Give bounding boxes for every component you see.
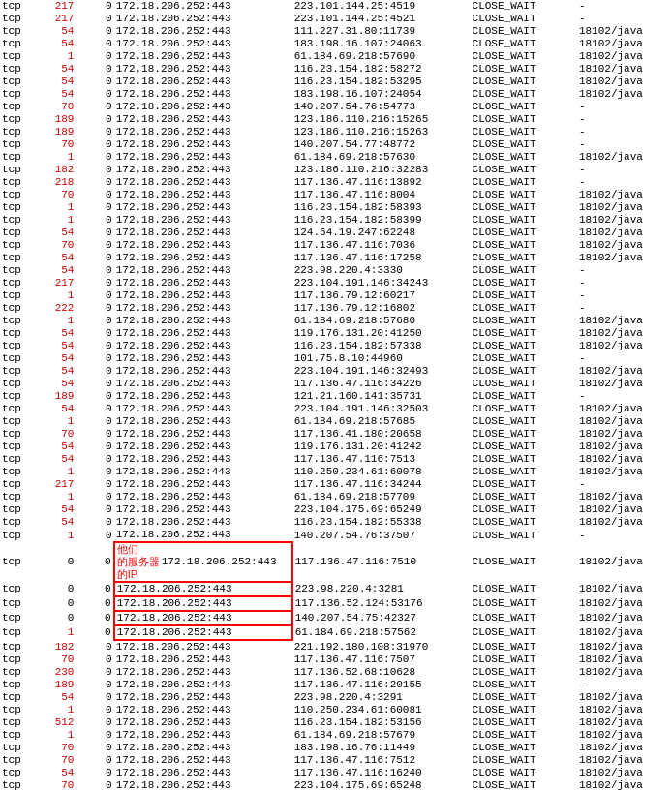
table-row: tcp1820172.18.206.252:443221.192.180.108…: [0, 640, 672, 654]
send-queue: 0: [76, 478, 113, 491]
pid-program: 18102/java: [577, 779, 672, 791]
local-address: 172.18.206.252:443: [114, 189, 292, 201]
recv-queue: 512: [38, 716, 76, 729]
remote-address: 101.75.8.10:44960: [292, 352, 471, 365]
pid-program: -: [577, 13, 672, 25]
connection-state: CLOSE_WAIT: [471, 679, 577, 691]
pid-program: 18102/java: [577, 441, 672, 453]
recv-queue: 54: [38, 76, 76, 88]
table-row: tcp700172.18.206.252:443140.207.54.77:48…: [0, 138, 672, 151]
send-queue: 0: [76, 138, 113, 151]
remote-address: 221.192.180.108:31970: [292, 640, 471, 654]
connection-state: CLOSE_WAIT: [471, 201, 577, 214]
local-address: 172.18.206.252:443: [114, 625, 292, 640]
table-row: tcp700172.18.206.252:443117.136.41.180:2…: [0, 428, 672, 441]
local-address: 172.18.206.252:443: [114, 252, 292, 264]
remote-address: 140.207.54.75:42327: [292, 611, 471, 625]
recv-queue: 54: [38, 503, 76, 516]
local-address: 172.18.206.252:443: [114, 264, 292, 277]
connection-state: CLOSE_WAIT: [471, 13, 577, 25]
pid-program: -: [577, 138, 672, 151]
recv-queue: 1: [38, 529, 76, 542]
table-row: tcp540172.18.206.252:443116.23.154.182:5…: [0, 76, 672, 88]
recv-queue: 0: [38, 596, 76, 611]
connection-state: CLOSE_WAIT: [471, 113, 577, 126]
recv-queue: 70: [38, 138, 76, 151]
table-row: tcp700172.18.206.252:443117.136.47.116:7…: [0, 754, 672, 767]
connection-state: CLOSE_WAIT: [471, 403, 577, 415]
local-address: 172.18.206.252:443: [114, 214, 292, 227]
remote-address: 223.104.191.146:32493: [292, 365, 471, 378]
send-queue: 0: [76, 582, 113, 596]
send-queue: 0: [76, 25, 113, 38]
pid-program: 18102/java: [577, 729, 672, 742]
protocol: tcp: [0, 289, 38, 302]
local-address: 172.18.206.252:443: [114, 76, 292, 88]
remote-address: 117.136.47.116:7036: [292, 239, 471, 252]
recv-queue: 1: [38, 704, 76, 716]
recv-queue: 1: [38, 491, 76, 503]
local-address: 172.18.206.252:443: [114, 277, 292, 289]
recv-queue: 189: [38, 113, 76, 126]
pid-program: 18102/java: [577, 50, 672, 63]
pid-program: -: [577, 113, 672, 126]
recv-queue: 54: [38, 252, 76, 264]
send-queue: 0: [76, 239, 113, 252]
recv-queue: 54: [38, 453, 76, 466]
send-queue: 0: [76, 625, 113, 640]
send-queue: 0: [76, 754, 113, 767]
connection-state: CLOSE_WAIT: [471, 596, 577, 611]
send-queue: 0: [76, 38, 113, 50]
table-row: tcp540172.18.206.252:443119.176.131.20:4…: [0, 327, 672, 340]
recv-queue: 189: [38, 126, 76, 138]
table-row: tcp1890172.18.206.252:443123.186.110.216…: [0, 113, 672, 126]
table-row: tcp540172.18.206.252:443223.98.220.4:333…: [0, 264, 672, 277]
recv-queue: 222: [38, 302, 76, 315]
remote-address: 183.198.16.107:24054: [292, 88, 471, 101]
send-queue: 0: [76, 729, 113, 742]
connection-state: CLOSE_WAIT: [471, 640, 577, 654]
table-row: tcp700172.18.206.252:443117.136.47.116:8…: [0, 189, 672, 201]
send-queue: 0: [76, 365, 113, 378]
local-address: 172.18.206.252:443: [114, 491, 292, 503]
local-address: 172.18.206.252:443: [114, 126, 292, 138]
local-address: 172.18.206.252:443: [114, 327, 292, 340]
connection-state: CLOSE_WAIT: [471, 239, 577, 252]
recv-queue: 1: [38, 214, 76, 227]
send-queue: 0: [76, 63, 113, 76]
remote-address: 116.23.154.182:57338: [292, 340, 471, 352]
remote-address: 111.227.31.80:11739: [292, 25, 471, 38]
connection-state: CLOSE_WAIT: [471, 315, 577, 327]
send-queue: 0: [76, 403, 113, 415]
pid-program: 18102/java: [577, 403, 672, 415]
connection-state: CLOSE_WAIT: [471, 352, 577, 365]
protocol: tcp: [0, 742, 38, 754]
send-queue: 0: [76, 88, 113, 101]
pid-program: -: [577, 352, 672, 365]
protocol: tcp: [0, 582, 38, 596]
recv-queue: 54: [38, 25, 76, 38]
local-address: 172.18.206.252:443: [114, 365, 292, 378]
remote-address: 223.101.144.25:4521: [292, 13, 471, 25]
pid-program: 18102/java: [577, 625, 672, 640]
remote-address: 223.98.220.4:3291: [292, 691, 471, 704]
send-queue: 0: [76, 666, 113, 679]
send-queue: 0: [76, 13, 113, 25]
protocol: tcp: [0, 478, 38, 491]
connection-state: CLOSE_WAIT: [471, 365, 577, 378]
protocol: tcp: [0, 302, 38, 315]
pid-program: 18102/java: [577, 596, 672, 611]
recv-queue: 218: [38, 176, 76, 189]
table-row: tcp540172.18.206.252:443117.136.47.116:1…: [0, 767, 672, 779]
protocol: tcp: [0, 491, 38, 503]
remote-address: 61.184.69.218:57685: [292, 415, 471, 428]
pid-program: 18102/java: [577, 453, 672, 466]
send-queue: 0: [76, 640, 113, 654]
send-queue: 0: [76, 679, 113, 691]
connection-state: CLOSE_WAIT: [471, 277, 577, 289]
pid-program: 18102/java: [577, 340, 672, 352]
table-row: tcp2180172.18.206.252:443117.136.47.116:…: [0, 176, 672, 189]
pid-program: 18102/java: [577, 666, 672, 679]
send-queue: 0: [76, 164, 113, 176]
send-queue: 0: [76, 691, 113, 704]
